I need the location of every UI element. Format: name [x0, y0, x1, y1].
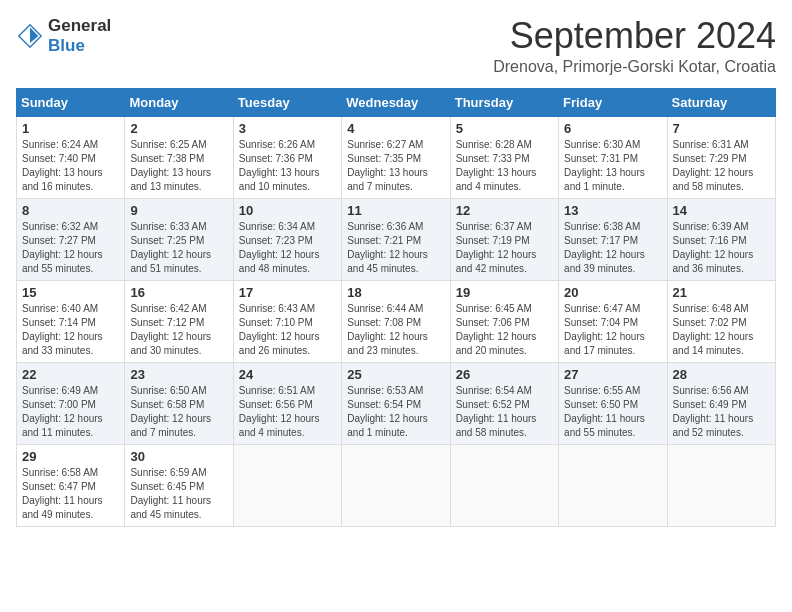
calendar-cell: 29 Sunrise: 6:58 AMSunset: 6:47 PMDaylig… — [17, 444, 125, 526]
calendar-cell — [559, 444, 667, 526]
cell-info: Sunrise: 6:39 AMSunset: 7:16 PMDaylight:… — [673, 221, 754, 274]
calendar-cell: 4 Sunrise: 6:27 AMSunset: 7:35 PMDayligh… — [342, 116, 450, 198]
header: General Blue September 2024 Drenova, Pri… — [16, 16, 776, 76]
calendar-cell: 19 Sunrise: 6:45 AMSunset: 7:06 PMDaylig… — [450, 280, 558, 362]
calendar-cell: 12 Sunrise: 6:37 AMSunset: 7:19 PMDaylig… — [450, 198, 558, 280]
calendar-cell: 15 Sunrise: 6:40 AMSunset: 7:14 PMDaylig… — [17, 280, 125, 362]
calendar-cell: 28 Sunrise: 6:56 AMSunset: 6:49 PMDaylig… — [667, 362, 775, 444]
calendar-cell: 2 Sunrise: 6:25 AMSunset: 7:38 PMDayligh… — [125, 116, 233, 198]
location-title: Drenova, Primorje-Gorski Kotar, Croatia — [493, 58, 776, 76]
cell-info: Sunrise: 6:48 AMSunset: 7:02 PMDaylight:… — [673, 303, 754, 356]
day-number: 10 — [239, 203, 336, 218]
cell-info: Sunrise: 6:54 AMSunset: 6:52 PMDaylight:… — [456, 385, 537, 438]
calendar-cell: 16 Sunrise: 6:42 AMSunset: 7:12 PMDaylig… — [125, 280, 233, 362]
day-number: 5 — [456, 121, 553, 136]
day-number: 1 — [22, 121, 119, 136]
calendar-cell: 9 Sunrise: 6:33 AMSunset: 7:25 PMDayligh… — [125, 198, 233, 280]
cell-info: Sunrise: 6:27 AMSunset: 7:35 PMDaylight:… — [347, 139, 428, 192]
day-number: 18 — [347, 285, 444, 300]
cell-info: Sunrise: 6:25 AMSunset: 7:38 PMDaylight:… — [130, 139, 211, 192]
cell-info: Sunrise: 6:53 AMSunset: 6:54 PMDaylight:… — [347, 385, 428, 438]
header-monday: Monday — [125, 88, 233, 116]
cell-info: Sunrise: 6:51 AMSunset: 6:56 PMDaylight:… — [239, 385, 320, 438]
calendar-cell: 10 Sunrise: 6:34 AMSunset: 7:23 PMDaylig… — [233, 198, 341, 280]
day-number: 7 — [673, 121, 770, 136]
day-number: 30 — [130, 449, 227, 464]
calendar-cell: 3 Sunrise: 6:26 AMSunset: 7:36 PMDayligh… — [233, 116, 341, 198]
cell-info: Sunrise: 6:37 AMSunset: 7:19 PMDaylight:… — [456, 221, 537, 274]
calendar-cell: 23 Sunrise: 6:50 AMSunset: 6:58 PMDaylig… — [125, 362, 233, 444]
day-number: 13 — [564, 203, 661, 218]
cell-info: Sunrise: 6:31 AMSunset: 7:29 PMDaylight:… — [673, 139, 754, 192]
calendar-cell — [667, 444, 775, 526]
calendar-cell: 18 Sunrise: 6:44 AMSunset: 7:08 PMDaylig… — [342, 280, 450, 362]
calendar-cell: 27 Sunrise: 6:55 AMSunset: 6:50 PMDaylig… — [559, 362, 667, 444]
header-wednesday: Wednesday — [342, 88, 450, 116]
cell-info: Sunrise: 6:24 AMSunset: 7:40 PMDaylight:… — [22, 139, 103, 192]
calendar-cell: 22 Sunrise: 6:49 AMSunset: 7:00 PMDaylig… — [17, 362, 125, 444]
header-tuesday: Tuesday — [233, 88, 341, 116]
week-row-1: 1 Sunrise: 6:24 AMSunset: 7:40 PMDayligh… — [17, 116, 776, 198]
day-number: 16 — [130, 285, 227, 300]
cell-info: Sunrise: 6:36 AMSunset: 7:21 PMDaylight:… — [347, 221, 428, 274]
cell-info: Sunrise: 6:40 AMSunset: 7:14 PMDaylight:… — [22, 303, 103, 356]
day-number: 21 — [673, 285, 770, 300]
week-row-2: 8 Sunrise: 6:32 AMSunset: 7:27 PMDayligh… — [17, 198, 776, 280]
day-number: 22 — [22, 367, 119, 382]
calendar-cell: 17 Sunrise: 6:43 AMSunset: 7:10 PMDaylig… — [233, 280, 341, 362]
cell-info: Sunrise: 6:58 AMSunset: 6:47 PMDaylight:… — [22, 467, 103, 520]
header-thursday: Thursday — [450, 88, 558, 116]
day-number: 4 — [347, 121, 444, 136]
calendar-cell: 25 Sunrise: 6:53 AMSunset: 6:54 PMDaylig… — [342, 362, 450, 444]
day-number: 12 — [456, 203, 553, 218]
logo: General Blue — [16, 16, 111, 56]
cell-info: Sunrise: 6:28 AMSunset: 7:33 PMDaylight:… — [456, 139, 537, 192]
week-row-3: 15 Sunrise: 6:40 AMSunset: 7:14 PMDaylig… — [17, 280, 776, 362]
day-number: 28 — [673, 367, 770, 382]
cell-info: Sunrise: 6:50 AMSunset: 6:58 PMDaylight:… — [130, 385, 211, 438]
day-number: 26 — [456, 367, 553, 382]
day-number: 2 — [130, 121, 227, 136]
cell-info: Sunrise: 6:44 AMSunset: 7:08 PMDaylight:… — [347, 303, 428, 356]
day-number: 23 — [130, 367, 227, 382]
calendar-cell: 7 Sunrise: 6:31 AMSunset: 7:29 PMDayligh… — [667, 116, 775, 198]
cell-info: Sunrise: 6:32 AMSunset: 7:27 PMDaylight:… — [22, 221, 103, 274]
day-number: 25 — [347, 367, 444, 382]
cell-info: Sunrise: 6:30 AMSunset: 7:31 PMDaylight:… — [564, 139, 645, 192]
cell-info: Sunrise: 6:59 AMSunset: 6:45 PMDaylight:… — [130, 467, 211, 520]
cell-info: Sunrise: 6:47 AMSunset: 7:04 PMDaylight:… — [564, 303, 645, 356]
calendar-cell: 6 Sunrise: 6:30 AMSunset: 7:31 PMDayligh… — [559, 116, 667, 198]
day-number: 9 — [130, 203, 227, 218]
cell-info: Sunrise: 6:56 AMSunset: 6:49 PMDaylight:… — [673, 385, 754, 438]
week-row-4: 22 Sunrise: 6:49 AMSunset: 7:00 PMDaylig… — [17, 362, 776, 444]
logo-icon — [16, 22, 44, 50]
calendar-cell — [450, 444, 558, 526]
calendar-cell: 14 Sunrise: 6:39 AMSunset: 7:16 PMDaylig… — [667, 198, 775, 280]
calendar-table: Sunday Monday Tuesday Wednesday Thursday… — [16, 88, 776, 527]
month-title: September 2024 — [493, 16, 776, 56]
day-number: 3 — [239, 121, 336, 136]
day-number: 17 — [239, 285, 336, 300]
calendar-cell: 13 Sunrise: 6:38 AMSunset: 7:17 PMDaylig… — [559, 198, 667, 280]
day-number: 6 — [564, 121, 661, 136]
calendar-cell: 11 Sunrise: 6:36 AMSunset: 7:21 PMDaylig… — [342, 198, 450, 280]
calendar-cell — [233, 444, 341, 526]
calendar-cell: 24 Sunrise: 6:51 AMSunset: 6:56 PMDaylig… — [233, 362, 341, 444]
calendar-cell: 5 Sunrise: 6:28 AMSunset: 7:33 PMDayligh… — [450, 116, 558, 198]
cell-info: Sunrise: 6:49 AMSunset: 7:00 PMDaylight:… — [22, 385, 103, 438]
title-area: September 2024 Drenova, Primorje-Gorski … — [493, 16, 776, 76]
calendar-cell: 26 Sunrise: 6:54 AMSunset: 6:52 PMDaylig… — [450, 362, 558, 444]
calendar-cell: 30 Sunrise: 6:59 AMSunset: 6:45 PMDaylig… — [125, 444, 233, 526]
calendar-cell: 20 Sunrise: 6:47 AMSunset: 7:04 PMDaylig… — [559, 280, 667, 362]
calendar-cell: 8 Sunrise: 6:32 AMSunset: 7:27 PMDayligh… — [17, 198, 125, 280]
day-number: 8 — [22, 203, 119, 218]
header-sunday: Sunday — [17, 88, 125, 116]
day-number: 27 — [564, 367, 661, 382]
cell-info: Sunrise: 6:38 AMSunset: 7:17 PMDaylight:… — [564, 221, 645, 274]
cell-info: Sunrise: 6:43 AMSunset: 7:10 PMDaylight:… — [239, 303, 320, 356]
cell-info: Sunrise: 6:42 AMSunset: 7:12 PMDaylight:… — [130, 303, 211, 356]
logo-general: General — [48, 16, 111, 36]
calendar-cell: 1 Sunrise: 6:24 AMSunset: 7:40 PMDayligh… — [17, 116, 125, 198]
days-header-row: Sunday Monday Tuesday Wednesday Thursday… — [17, 88, 776, 116]
day-number: 29 — [22, 449, 119, 464]
